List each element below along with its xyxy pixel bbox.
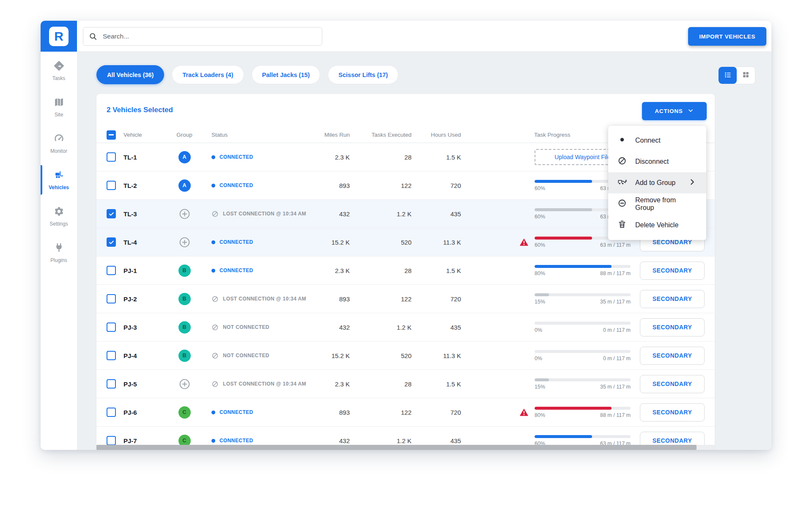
plugins-icon	[54, 243, 64, 255]
horizontal-scrollbar-thumb[interactable]	[96, 445, 697, 450]
miles-run-value: 432	[316, 210, 350, 218]
secondary-button[interactable]: SECONDARY	[640, 290, 705, 308]
table-row[interactable]: PJ-1 B CONNECTED 2.3 K 28 1.5 K 80% 88 m…	[96, 256, 715, 285]
add-group-icon[interactable]	[178, 378, 191, 390]
menu-item-remove-from-group[interactable]: Remove from Group	[608, 193, 706, 215]
row-checkbox[interactable]	[107, 266, 116, 275]
group-badge: A	[178, 179, 191, 192]
hours-used-value: 1.5 K	[411, 154, 461, 161]
row-checkbox[interactable]	[107, 408, 116, 417]
table-row[interactable]: PJ-3 B NOT CONNECTED 432 1.2 K 435 0% 0 …	[96, 313, 715, 342]
sidebar-item-label: Settings	[49, 221, 68, 227]
vehicle-name: PJ-1	[123, 267, 173, 274]
table-row[interactable]: PJ-4 B NOT CONNECTED 15.2 K 520 11.3 K 0…	[96, 342, 715, 370]
progress-percent: 0%	[535, 356, 542, 361]
vehicle-name: PJ-3	[123, 324, 173, 331]
row-checkbox[interactable]	[107, 379, 116, 389]
progress-track	[535, 293, 631, 296]
horizontal-scrollbar	[96, 445, 715, 450]
vehicle-name: TL-3	[123, 210, 173, 218]
hours-used-value: 11.3 K	[411, 352, 461, 359]
list-view-button[interactable]	[719, 67, 737, 84]
secondary-button[interactable]: SECONDARY	[640, 347, 705, 365]
secondary-button[interactable]: SECONDARY	[640, 375, 705, 393]
miles-run-value: 432	[316, 324, 350, 331]
hours-used-value: 435	[411, 437, 461, 444]
progress-fill	[535, 407, 612, 410]
add-group-icon[interactable]	[178, 208, 191, 220]
connected-dot-icon	[211, 439, 215, 443]
miles-run-value: 2.3 K	[316, 380, 350, 388]
warning-icon	[519, 408, 529, 416]
remove-from-group-icon	[617, 198, 627, 210]
progress-distance: 0 m / 117 m	[603, 356, 631, 361]
group-badge: B	[178, 350, 191, 362]
filter-pill-pallet-jacks[interactable]: Pallet Jacks (15)	[252, 65, 321, 84]
tasks-executed-value: 122	[350, 295, 411, 303]
row-checkbox[interactable]	[107, 209, 116, 218]
column-header-miles: Miles Run	[316, 132, 350, 138]
vehicle-name: PJ-5	[123, 380, 173, 388]
menu-item-delete-vehicle[interactable]: Delete Vehicle	[608, 215, 706, 236]
filter-pill-all-vehicles[interactable]: All Vehicles (36)	[96, 65, 164, 84]
disconnected-icon	[211, 324, 219, 331]
progress-fill	[535, 237, 592, 240]
tasks-executed-value: 1.2 K	[350, 324, 411, 331]
menu-item-connect[interactable]: Connect	[608, 130, 706, 151]
table-row[interactable]: PJ-5 LOST CONNECTION @ 10:34 AM 2.3 K 28…	[96, 370, 715, 398]
secondary-button[interactable]: SECONDARY	[640, 318, 705, 336]
menu-item-add-to-group[interactable]: Add to Group	[608, 172, 706, 193]
task-progress: 80% 88 m / 117 m	[535, 407, 631, 418]
progress-percent: 0%	[535, 327, 542, 333]
row-checkbox[interactable]	[107, 237, 116, 247]
status-label: CONNECTED	[219, 438, 253, 444]
sidebar-item-settings[interactable]: Settings	[41, 199, 77, 234]
progress-fill	[535, 265, 612, 268]
vehicles-icon	[54, 170, 64, 182]
grid-view-button[interactable]	[737, 67, 755, 84]
site-icon	[54, 97, 64, 109]
status-label: LOST CONNECTION @ 10:34 AM	[223, 381, 306, 387]
row-checkbox[interactable]	[107, 436, 116, 445]
actions-button[interactable]: ACTIONS	[642, 102, 707, 120]
settings-icon	[54, 206, 64, 218]
miles-run-value: 893	[316, 182, 350, 189]
sidebar-item-vehicles[interactable]: Vehicles	[41, 163, 77, 197]
sidebar-item-monitor[interactable]: Monitor	[41, 126, 77, 161]
task-progress: 0% 0 m / 117 m	[535, 350, 631, 361]
hours-used-value: 435	[411, 210, 461, 218]
status-label: NOT CONNECTED	[223, 324, 269, 330]
vehicle-name: PJ-2	[123, 295, 173, 303]
tasks-executed-value: 1.2 K	[350, 210, 411, 218]
row-checkbox[interactable]	[107, 323, 116, 332]
table-row[interactable]: PJ-2 B LOST CONNECTION @ 10:34 AM 893 12…	[96, 285, 715, 313]
row-checkbox[interactable]	[107, 351, 116, 360]
row-checkbox[interactable]	[107, 152, 116, 162]
hours-used-value: 1.5 K	[411, 380, 461, 388]
secondary-button[interactable]: SECONDARY	[640, 403, 705, 422]
connect-icon	[617, 135, 627, 146]
row-checkbox[interactable]	[107, 181, 116, 190]
miles-run-value: 893	[316, 409, 350, 416]
sidebar-item-tasks[interactable]: Tasks	[41, 53, 77, 88]
sidebar-item-site[interactable]: Site	[41, 90, 77, 124]
menu-item-disconnect[interactable]: Disconnect	[608, 151, 706, 172]
filter-pill-track-loaders[interactable]: Track Loaders (4)	[172, 65, 244, 84]
miles-run-value: 432	[316, 437, 350, 444]
add-to-group-icon	[617, 177, 627, 188]
import-vehicles-button[interactable]: IMPORT VEHICLES	[688, 27, 766, 46]
connected-dot-icon	[211, 155, 215, 159]
select-all-checkbox[interactable]	[107, 130, 116, 140]
app-logo[interactable]: R	[41, 21, 77, 52]
progress-track	[535, 378, 631, 381]
table-row[interactable]: PJ-6 C CONNECTED 893 122 720 80% 88 m / …	[96, 398, 715, 427]
connected-dot-icon	[211, 240, 215, 244]
progress-distance: 63 m / 117 m	[600, 242, 631, 248]
secondary-button[interactable]: SECONDARY	[640, 262, 705, 280]
row-checkbox[interactable]	[107, 294, 116, 303]
sidebar-item-plugins[interactable]: Plugins	[41, 235, 77, 270]
add-group-icon[interactable]	[178, 236, 191, 248]
filter-pill-scissor-lifts[interactable]: Scissor Lifts (17)	[328, 65, 398, 84]
sidebar-item-label: Tasks	[52, 75, 66, 81]
search-input[interactable]	[83, 27, 322, 46]
